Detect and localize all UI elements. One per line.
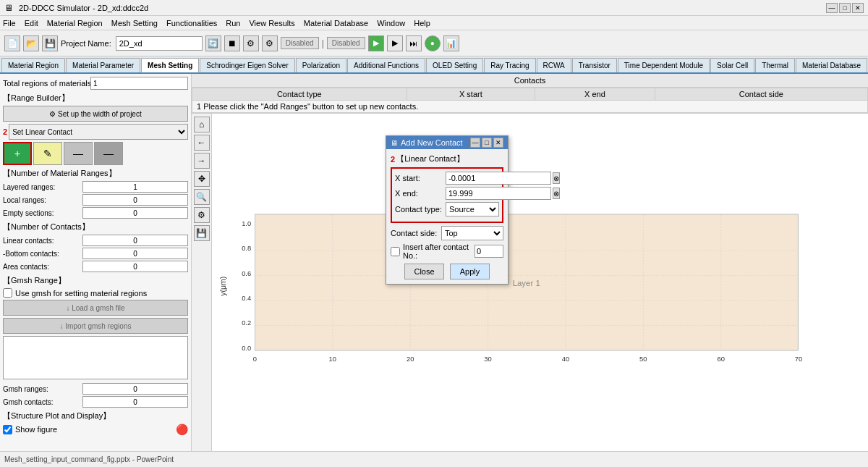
home-tool-btn[interactable]: ⌂ bbox=[194, 117, 210, 132]
apply-btn[interactable]: Apply bbox=[450, 264, 490, 279]
action-btn-row: + ✎ — — bbox=[3, 142, 188, 165]
setup-width-btn[interactable]: ⚙ Set up the width of project bbox=[3, 106, 188, 122]
set-linear-contact-select[interactable]: Set Linear Contact bbox=[9, 124, 188, 140]
gmsh-range-header: 【Gmsh Range】 bbox=[3, 275, 188, 286]
disabled-badge-1: Disabled bbox=[281, 37, 319, 49]
tab-material-db[interactable]: Material Database bbox=[796, 58, 867, 72]
tab-material-region[interactable]: Material Region bbox=[1, 58, 65, 72]
save-icon[interactable]: 💾 bbox=[42, 35, 58, 51]
edit-contact-btn[interactable]: ✎ bbox=[33, 142, 62, 165]
x-end-input[interactable] bbox=[446, 187, 551, 200]
insert-spinner[interactable] bbox=[475, 245, 503, 258]
project-name-input[interactable] bbox=[116, 36, 203, 51]
tab-additional[interactable]: Additional Functions bbox=[347, 58, 425, 72]
chart-icon[interactable]: 📊 bbox=[443, 35, 459, 51]
menu-mesh-setting[interactable]: Mesh Setting bbox=[111, 19, 158, 28]
contact-type-select[interactable]: Source Drain Gate Ohmic bbox=[446, 202, 499, 216]
x-start-input[interactable] bbox=[446, 172, 551, 185]
gmsh-contacts-label: Gmsh contacts: bbox=[3, 398, 82, 406]
tab-mesh-setting[interactable]: Mesh Setting bbox=[141, 58, 199, 72]
x-start-clear-btn[interactable]: ⊗ bbox=[553, 172, 560, 184]
empty-sections-input[interactable] bbox=[82, 207, 188, 219]
menu-file[interactable]: File bbox=[3, 19, 16, 28]
linear-contacts-input[interactable] bbox=[82, 235, 188, 246]
tab-material-parameter[interactable]: Material Parameter bbox=[66, 58, 140, 72]
config-icon[interactable]: ⚙ bbox=[262, 35, 278, 51]
close-btn[interactable]: ✕ bbox=[852, 3, 864, 13]
new-icon[interactable]: 📄 bbox=[4, 35, 20, 51]
tab-transistor[interactable]: Transistor bbox=[572, 58, 617, 72]
modal-close[interactable]: ✕ bbox=[493, 138, 503, 148]
status-bar: Mesh_setting_input_command_fig.pptx - Po… bbox=[0, 451, 868, 467]
refresh-icon[interactable]: 🔄 bbox=[205, 35, 221, 51]
maximize-btn[interactable]: □ bbox=[839, 3, 851, 13]
minimize-btn[interactable]: — bbox=[826, 3, 838, 13]
x-end-clear-btn[interactable]: ⊗ bbox=[553, 188, 560, 199]
tab-thermal[interactable]: Thermal bbox=[755, 58, 795, 72]
tab-oled[interactable]: OLED Setting bbox=[426, 58, 483, 72]
modal-minimize[interactable]: — bbox=[470, 138, 480, 148]
gmsh-contacts-input[interactable] bbox=[82, 396, 188, 408]
save-tool-btn[interactable]: 💾 bbox=[194, 225, 210, 241]
menu-material-db[interactable]: Material Database bbox=[304, 19, 368, 28]
close-btn[interactable]: Close bbox=[404, 264, 444, 279]
window-controls[interactable]: — □ ✕ bbox=[826, 3, 864, 13]
gmsh-text-area[interactable] bbox=[3, 336, 188, 379]
step-btn[interactable]: ⏭ bbox=[406, 35, 422, 51]
tab-solar-cell[interactable]: Solar Cell bbox=[710, 58, 754, 72]
linear-contacts-label: Linear contacts: bbox=[3, 237, 82, 245]
tab-schrodinger[interactable]: Schrodinger Eigen Solver bbox=[200, 58, 294, 72]
tab-polarization[interactable]: Polarization bbox=[296, 58, 346, 72]
col-contact-type: Contact type bbox=[192, 88, 407, 101]
local-ranges-input[interactable] bbox=[82, 194, 188, 206]
col-contact-side: Contact side bbox=[655, 88, 867, 101]
layered-ranges-input[interactable] bbox=[82, 181, 188, 193]
bottom-contacts-input[interactable] bbox=[82, 248, 188, 259]
dash-btn[interactable]: — bbox=[94, 142, 123, 165]
modal-maximize[interactable]: □ bbox=[482, 138, 492, 148]
menu-help[interactable]: Help bbox=[414, 19, 430, 28]
load-gmsh-btn: ↓ Load a gmsh file bbox=[3, 300, 188, 316]
add-contact-btn[interactable]: + bbox=[3, 142, 32, 165]
move-tool-btn[interactable]: ✥ bbox=[194, 171, 210, 187]
circle-btn[interactable]: ● bbox=[425, 35, 441, 51]
forward-tool-btn[interactable]: → bbox=[194, 153, 210, 169]
contacts-message: 1 Please click the "Add Ranges" button t… bbox=[192, 101, 868, 113]
back-tool-btn[interactable]: ← bbox=[194, 135, 210, 151]
tab-rcwa[interactable]: RCWA bbox=[537, 58, 571, 72]
menu-run[interactable]: Run bbox=[226, 19, 240, 28]
x-end-label: X end: bbox=[395, 189, 446, 198]
label-num-2: 2 bbox=[3, 127, 7, 136]
tab-bar: Material Region Material Parameter Mesh … bbox=[0, 56, 868, 74]
play-btn[interactable]: ▶ bbox=[368, 35, 384, 51]
modal-title: Add New Contact bbox=[401, 138, 470, 147]
contacts-message-row: 1 Please click the "Add Ranges" button t… bbox=[192, 101, 868, 113]
menu-functionalities[interactable]: Functionalities bbox=[166, 19, 217, 28]
layered-ranges-label: Layered ranges: bbox=[3, 183, 82, 191]
x-start-row: X start: ⊗ bbox=[395, 172, 499, 185]
menu-material-region[interactable]: Material Region bbox=[47, 19, 103, 28]
contact-side-select[interactable]: Top Bottom Left Right bbox=[441, 226, 503, 240]
svg-text:0.6: 0.6 bbox=[242, 270, 251, 277]
disabled-badge-2: Disabled bbox=[327, 37, 365, 49]
tab-time-dependent[interactable]: Time Dependent Module bbox=[618, 58, 710, 72]
tab-ray-tracing[interactable]: Ray Tracing bbox=[484, 58, 535, 72]
menu-view-results[interactable]: View Results bbox=[249, 19, 294, 28]
area-contacts-input[interactable] bbox=[82, 261, 188, 272]
insert-contact-checkbox[interactable] bbox=[391, 247, 400, 256]
remove-contact-btn[interactable]: — bbox=[64, 142, 93, 165]
total-regions-input[interactable] bbox=[90, 77, 188, 90]
zoom-tool-btn[interactable]: 🔍 bbox=[194, 189, 210, 205]
empty-sections-row: Empty sections: bbox=[3, 207, 188, 219]
stop-icon[interactable]: ⏹ bbox=[224, 35, 240, 51]
play2-btn[interactable]: ▶ bbox=[387, 35, 403, 51]
open-icon[interactable]: 📂 bbox=[23, 35, 39, 51]
settings-tool-btn[interactable]: ⚙ bbox=[194, 207, 210, 223]
show-figure-checkbox[interactable] bbox=[3, 425, 12, 434]
settings-icon[interactable]: ⚙ bbox=[243, 35, 259, 51]
menu-window[interactable]: Window bbox=[377, 19, 405, 28]
use-gmsh-checkbox[interactable] bbox=[3, 288, 12, 298]
modal-controls[interactable]: — □ ✕ bbox=[470, 138, 503, 148]
menu-edit[interactable]: Edit bbox=[25, 19, 38, 28]
gmsh-ranges-input[interactable] bbox=[82, 383, 188, 395]
